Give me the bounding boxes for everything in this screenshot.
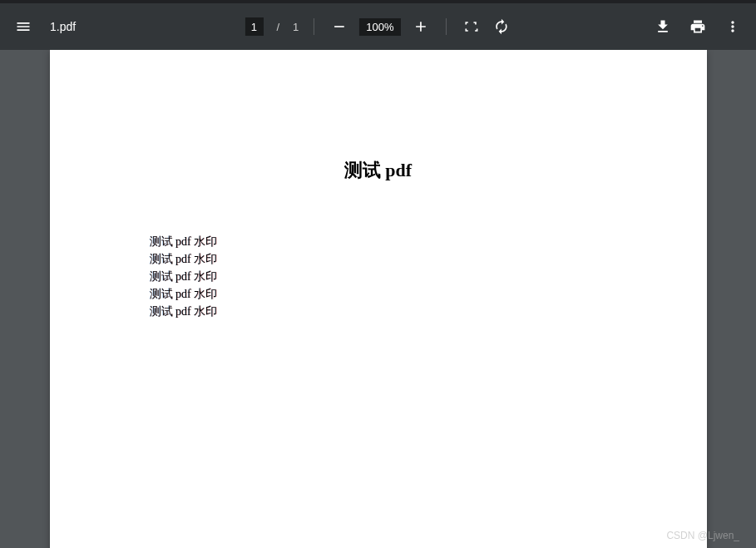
toolbar-center-group: / 1 100% bbox=[245, 17, 511, 37]
document-title: 测试 pdf bbox=[150, 158, 607, 183]
fit-page-button[interactable] bbox=[462, 17, 482, 37]
pdf-toolbar: 1.pdf / 1 100% bbox=[0, 3, 756, 50]
zoom-out-button[interactable] bbox=[329, 17, 349, 37]
pdf-page: 测试 pdf 测试 pdf 水印 测试 pdf 水印 测试 pdf 水印 测试 … bbox=[50, 50, 707, 548]
toolbar-divider bbox=[314, 18, 314, 35]
print-button[interactable] bbox=[688, 17, 708, 37]
toolbar-divider bbox=[446, 18, 447, 35]
download-button[interactable] bbox=[653, 17, 673, 37]
menu-button[interactable] bbox=[13, 17, 33, 37]
hamburger-icon bbox=[15, 18, 32, 35]
toolbar-left-group: 1.pdf bbox=[13, 17, 76, 37]
csdn-watermark: CSDN @Ljwen_ bbox=[666, 530, 739, 541]
document-line: 测试 pdf 水印 bbox=[150, 233, 607, 250]
rotate-button[interactable] bbox=[492, 17, 511, 37]
download-icon bbox=[655, 18, 671, 35]
zoom-level-display[interactable]: 100% bbox=[359, 18, 400, 36]
fit-page-icon bbox=[463, 18, 480, 35]
more-button[interactable] bbox=[723, 17, 743, 37]
document-line: 测试 pdf 水印 bbox=[150, 250, 607, 268]
page-number-input[interactable] bbox=[245, 17, 263, 36]
minus-icon bbox=[331, 18, 348, 35]
toolbar-right-group bbox=[653, 17, 743, 37]
document-line: 测试 pdf 水印 bbox=[150, 285, 607, 303]
plus-icon bbox=[413, 18, 429, 35]
page-total-label: 1 bbox=[293, 21, 299, 33]
rotate-icon bbox=[493, 18, 510, 35]
document-line: 测试 pdf 水印 bbox=[150, 303, 607, 320]
document-line: 测试 pdf 水印 bbox=[150, 268, 607, 285]
more-vert-icon bbox=[724, 18, 741, 35]
filename-label: 1.pdf bbox=[50, 20, 76, 33]
print-icon bbox=[689, 18, 706, 35]
pdf-viewer-area: 测试 pdf 测试 pdf 水印 测试 pdf 水印 测试 pdf 水印 测试 … bbox=[0, 50, 756, 548]
zoom-in-button[interactable] bbox=[411, 17, 431, 37]
page-separator: / bbox=[276, 21, 279, 33]
scroll-container[interactable]: 测试 pdf 测试 pdf 水印 测试 pdf 水印 测试 pdf 水印 测试 … bbox=[0, 50, 756, 548]
